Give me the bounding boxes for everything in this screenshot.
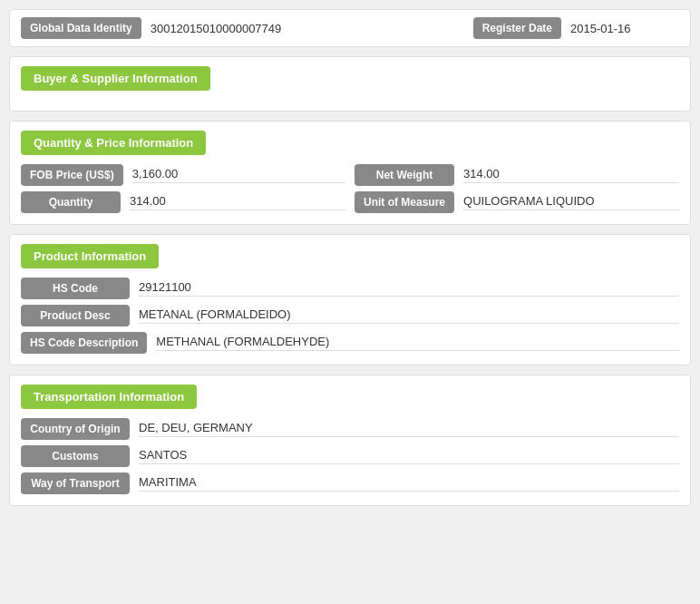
hs-desc-label: HS Code Description	[21, 332, 147, 354]
net-weight-label: Net Weight	[355, 164, 454, 186]
transport-row: Way of Transport MARITIMA	[21, 472, 679, 494]
unit-field: Unit of Measure QUILOGRAMA LIQUIDO	[355, 191, 679, 213]
quantity-value: 314.00	[130, 194, 345, 210]
transportation-section: Transportation Information Country of Or…	[9, 375, 691, 506]
product-desc-label: Product Desc	[21, 305, 130, 326]
identity-bar: Global Data Identity 3001201501000000774…	[9, 9, 691, 47]
quantity-price-header: Quantity & Price Information	[21, 131, 206, 155]
page-container: Global Data Identity 3001201501000000774…	[9, 9, 691, 506]
customs-row: Customs SANTOS	[21, 445, 679, 467]
register-date-value: 2015-01-16	[570, 22, 679, 35]
transport-label: Way of Transport	[21, 472, 130, 494]
product-section: Product Information HS Code 29121100 Pro…	[9, 234, 691, 365]
buyer-supplier-header: Buyer & Supplier Information	[21, 66, 210, 91]
country-label: Country of Origin	[21, 418, 130, 440]
fob-netweight-row: FOB Price (US$) 3,160.00 Net Weight 314.…	[21, 164, 679, 186]
hs-desc-value: METHANAL (FORMALDEHYDE)	[156, 335, 679, 351]
net-weight-value: 314.00	[463, 167, 679, 183]
quantity-field: Quantity 314.00	[21, 191, 345, 213]
customs-value: SANTOS	[139, 448, 679, 464]
product-header: Product Information	[21, 244, 159, 268]
quantity-price-section: Quantity & Price Information FOB Price (…	[9, 121, 691, 225]
transport-value: MARITIMA	[139, 475, 679, 492]
net-weight-field: Net Weight 314.00	[355, 164, 679, 186]
quantity-label: Quantity	[21, 191, 121, 213]
quantity-unit-row: Quantity 314.00 Unit of Measure QUILOGRA…	[21, 191, 679, 213]
hs-code-row: HS Code 29121100	[21, 278, 679, 299]
global-data-identity-label: Global Data Identity	[21, 17, 141, 39]
transportation-header: Transportation Information	[21, 385, 197, 409]
customs-label: Customs	[21, 445, 130, 467]
country-value: DE, DEU, GERMANY	[139, 421, 679, 437]
hs-desc-row: HS Code Description METHANAL (FORMALDEHY…	[21, 332, 679, 354]
fob-label: FOB Price (US$)	[21, 164, 123, 186]
hs-code-label: HS Code	[21, 278, 130, 299]
fob-value: 3,160.00	[132, 167, 345, 183]
fob-field: FOB Price (US$) 3,160.00	[21, 164, 345, 186]
product-desc-value: METANAL (FORMALDEIDO)	[139, 307, 679, 324]
unit-value: QUILOGRAMA LIQUIDO	[463, 194, 679, 210]
buyer-supplier-section: Buyer & Supplier Information	[9, 56, 691, 112]
unit-label: Unit of Measure	[355, 191, 454, 213]
register-date-label: Register Date	[473, 17, 561, 39]
product-desc-row: Product Desc METANAL (FORMALDEIDO)	[21, 305, 679, 326]
hs-code-value: 29121100	[139, 280, 679, 297]
global-data-identity-value: 30012015010000007749	[151, 22, 464, 35]
country-row: Country of Origin DE, DEU, GERMANY	[21, 418, 679, 440]
